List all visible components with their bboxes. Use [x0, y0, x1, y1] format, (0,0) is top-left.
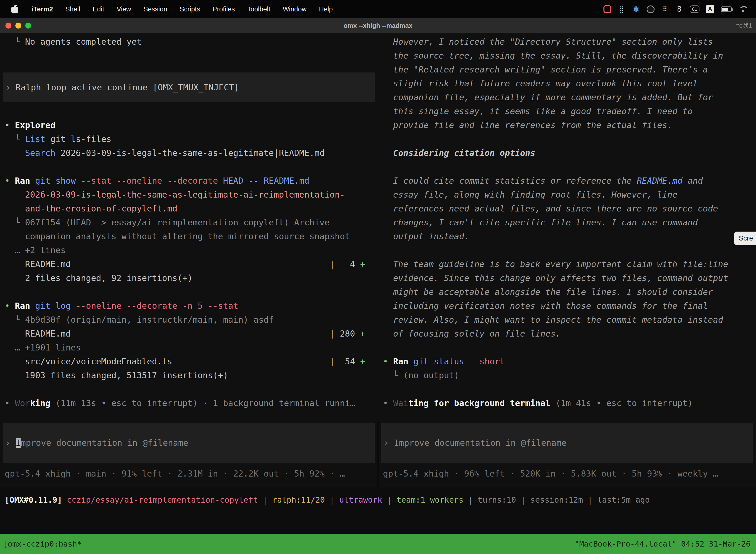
window-title-bar: omx --xhigh --madmax ⌥⌘1 — [0, 18, 756, 33]
menu-status-icons: ⣿✱⠿861A — [604, 4, 748, 14]
text-segment — [408, 356, 413, 366]
text-segment: + — [360, 356, 365, 366]
text-segment: README.md | 4 — [5, 259, 360, 269]
prompt-input-right-lines: › Improve documentation in @filename — [381, 436, 753, 450]
terminal-line: • Waiting for background terminal (1m 41… — [378, 396, 756, 410]
terminal-line: gpt-5.4 xhigh · 96% left · 520K in · 5.8… — [378, 466, 756, 481]
terminal-line: of focusing solely on file lines. — [378, 327, 756, 340]
prompt-input-left[interactable]: › Improve documentation in @filename — [3, 423, 375, 463]
minimize-button[interactable] — [15, 22, 21, 29]
apple-menu-icon[interactable] — [11, 4, 18, 14]
menu-item-scripts[interactable]: Scripts — [173, 5, 206, 13]
text-segment: | — [463, 495, 478, 505]
left-body-lines: • Explored └ List git ls-files Search 20… — [0, 118, 378, 410]
left-pane: └ No agents completed yet › Ralph loop a… — [0, 33, 378, 487]
figure-eight-icon[interactable]: 8 — [675, 4, 683, 14]
menu-item-session[interactable]: Session — [137, 5, 173, 13]
terminal-line: └ (no output) — [378, 368, 756, 382]
text-segment: git show — [35, 176, 76, 186]
text-segment: • — [5, 398, 15, 408]
menu-item-help[interactable]: Help — [313, 5, 339, 13]
text-segment: --oneline --decorate -n 5 --stat — [76, 301, 238, 311]
menu-item-window[interactable]: Window — [276, 5, 313, 13]
terminal-line — [0, 160, 378, 174]
terminal-line — [378, 160, 756, 174]
terminal-line: • Explored — [0, 118, 378, 132]
menu-item-view[interactable]: View — [110, 5, 137, 13]
text-segment: git status — [414, 356, 464, 366]
tmux-session-window: [omx-cczip0:bash* — [3, 539, 82, 548]
text-segment: --stat --oneline --decorate — [81, 176, 218, 186]
text-segment — [464, 356, 469, 366]
screen-overlay-button[interactable]: Scre — [734, 232, 756, 245]
text-segment: [OMX#0.11.9] — [5, 495, 62, 505]
right-pane-scrollback[interactable]: However, I noticed the "Directory Struct… — [378, 33, 756, 423]
left-pane-scrollback[interactable]: └ No agents completed yet › Ralph loop a… — [0, 33, 378, 423]
terminal-line: Search 2026-03-09-is-legal-the-same-as-l… — [0, 146, 378, 160]
text-segment: src/voice/voiceModeEnabled.ts | 54 — [5, 356, 360, 366]
dots-grid-icon[interactable]: ⣿ — [618, 4, 626, 14]
terminal-line: provide file and line references from th… — [378, 118, 756, 132]
battery-icon[interactable] — [721, 6, 732, 12]
text-segment: └ — [383, 370, 403, 380]
terminal-line: … +1901 lines — [0, 340, 378, 354]
menu-item-profiles[interactable]: Profiles — [206, 5, 241, 13]
menu-item-shell[interactable]: Shell — [59, 5, 86, 13]
terminal-line: including verification notes with those … — [378, 299, 756, 313]
wifi-icon[interactable] — [738, 5, 748, 13]
text-segment: (1m 41s • esc to interrupt) — [551, 398, 693, 408]
terminal-line: 2 files changed, 92 insertions(+) — [0, 271, 378, 285]
menu-item-edit[interactable]: Edit — [86, 5, 111, 13]
zoom-button[interactable] — [25, 22, 31, 29]
pane-divider[interactable] — [378, 33, 378, 487]
close-button[interactable] — [5, 22, 11, 29]
terminal-line: └ No agents completed yet — [0, 35, 378, 49]
text-segment: I — [16, 438, 20, 448]
terminal-line: Considering citation options — [378, 146, 756, 160]
text-segment: README.md — [637, 176, 683, 186]
text-segment: (no output) — [403, 370, 459, 380]
text-segment: | — [325, 495, 339, 505]
screen-recording-icon[interactable] — [604, 5, 611, 13]
terminal-line: this single essay, it seems like a good … — [378, 104, 756, 118]
menu-left: iTerm2ShellEditViewSessionScriptsProfile… — [11, 4, 339, 14]
text-segment: turns:10 — [478, 495, 516, 505]
text-segment: Wor — [15, 398, 30, 408]
text-segment: Ran — [393, 356, 408, 366]
text-segment: gpt-5.4 xhigh · 96% left · 520K in · 5.8… — [383, 468, 718, 479]
text-segment: team:1 workers — [397, 495, 463, 505]
terminal-line: and-the-erosion-of-copyleft.md — [0, 202, 378, 215]
text-segment — [71, 301, 76, 311]
text-segment: Search — [25, 148, 56, 158]
dark-circle-app-icon[interactable] — [647, 5, 654, 13]
text-segment: › — [5, 82, 16, 92]
text-segment: cczip/essay/ai-reimplementation-copyleft — [67, 495, 258, 505]
text-segment: of focusing solely on file lines. — [383, 329, 561, 339]
pane-status-left: gpt-5.4 xhigh · main · 91% left · 2.31M … — [0, 466, 378, 481]
text-segment: 2026-03-09-is-legal-the-same-as-legitima… — [56, 148, 325, 158]
asterisk-app-icon[interactable]: ✱ — [632, 4, 640, 14]
text-segment: Ralph loop active continue [OMX_TMUX_INJ… — [16, 82, 239, 92]
prompt-input-right[interactable]: › Improve documentation in @filename — [381, 423, 753, 463]
menu-item-iterm2[interactable]: iTerm2 — [25, 5, 59, 13]
pane-status-left-lines: gpt-5.4 xhigh · main · 91% left · 2.31M … — [0, 466, 378, 481]
battery-percentage-badge[interactable]: 61 — [690, 5, 699, 13]
text-segment: | — [382, 495, 397, 505]
terminal-line: I could cite commit statistics or refere… — [378, 174, 756, 188]
menu-item-toolbelt[interactable]: Toolbelt — [241, 5, 276, 13]
text-segment: README.md | 280 — [5, 329, 360, 339]
window-title: omx --xhigh --madmax — [0, 22, 756, 30]
omx-status-bar: [OMX#0.11.9] cczip/essay/ai-reimplementa… — [0, 487, 756, 534]
tmux-status-bar: [omx-cczip0:bash* "MacBook-Pro-44.local"… — [0, 534, 756, 554]
terminal-line: └ 067f154 (HEAD -> essay/ai-reimplementa… — [0, 215, 378, 229]
text-segment: HEAD -- README.md — [223, 176, 309, 186]
terminal-line — [378, 132, 756, 146]
text-segment: └ 4b9d30f (origin/main, instructkr/main,… — [5, 315, 274, 325]
text-segment: references need actual files, and since … — [383, 204, 718, 214]
terminal-line: • Working (11m 13s • esc to interrupt) ·… — [0, 396, 378, 410]
input-source-icon[interactable]: A — [706, 5, 714, 13]
text-segment: • — [5, 120, 15, 130]
terminal-line: The team guideline is to back every impo… — [378, 257, 756, 271]
text-segment: Improve documentation in @filename — [394, 438, 567, 448]
app-launcher-icon[interactable]: ⠿ — [661, 4, 669, 14]
